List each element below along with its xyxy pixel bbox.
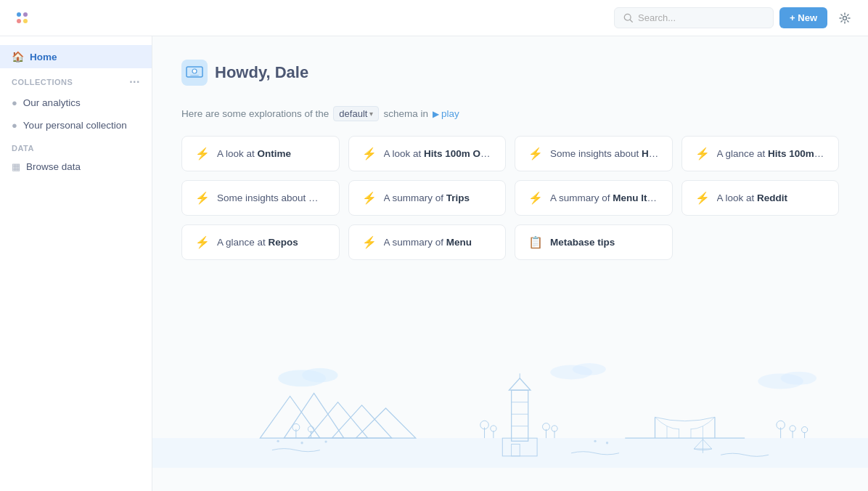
svg-rect-12: [152, 438, 868, 468]
play-link[interactable]: ▶ play: [433, 108, 459, 119]
sidebar-item-our-analytics[interactable]: ● Our analytics: [0, 92, 152, 114]
svg-point-7: [302, 368, 337, 383]
sidebar-home-label: Home: [30, 52, 57, 62]
settings-button[interactable]: [833, 7, 856, 30]
card-menu-item-denorm[interactable]: ⚡ A summary of Menu Item Denorm: [515, 180, 673, 216]
play-label: play: [441, 108, 459, 119]
our-analytics-label: Our analytics: [23, 97, 81, 108]
lightning-icon: ⚡: [528, 191, 543, 205]
card-github-events-label: Some insights about Github Events: [217, 192, 326, 203]
svg-point-54: [300, 442, 303, 444]
greeting-text: Howdy, Dale: [215, 63, 308, 82]
svg-rect-29: [512, 444, 520, 455]
greeting-section: Howdy, Dale: [181, 60, 839, 86]
person-icon: ●: [12, 120, 17, 131]
card-ontime-label: A look at Ontime: [217, 148, 291, 159]
browse-data-label: Browse data: [26, 161, 81, 172]
collections-header: COLLECTIONS ···: [0, 68, 152, 92]
card-metabase-tips[interactable]: 📋 Metabase tips: [515, 224, 673, 260]
explorations-prefix: Here are some explorations of the: [181, 108, 329, 119]
card-hits-insights-label: Some insights about Hits: [550, 148, 659, 159]
illustration: [152, 360, 868, 491]
svg-point-37: [552, 426, 557, 431]
home-icon: 🏠: [12, 51, 24, 62]
folder-icon: ●: [12, 97, 17, 108]
lightning-icon: ⚡: [195, 147, 210, 161]
lightning-icon: ⚡: [362, 147, 377, 161]
collections-more-button[interactable]: ···: [129, 76, 140, 89]
card-menu-item-denorm-label: A summary of Menu Item Denorm: [550, 192, 659, 203]
lightning-icon: ⚡: [362, 191, 377, 205]
lightning-icon: ⚡: [695, 191, 710, 205]
search-icon: [623, 13, 634, 23]
card-hits-compatible[interactable]: ⚡ A glance at Hits 100m Compatible: [681, 136, 840, 171]
svg-point-19: [292, 423, 300, 431]
card-trips[interactable]: ⚡ A summary of Trips: [348, 180, 507, 216]
database-icon: ▦: [12, 161, 20, 172]
card-hits-compatible-label: A glance at Hits 100m Compatible: [717, 148, 826, 159]
svg-point-9: [573, 363, 606, 375]
svg-point-8: [550, 365, 592, 380]
svg-point-6: [278, 370, 326, 386]
svg-point-57: [606, 442, 608, 444]
app-body: 🏠 Home COLLECTIONS ··· ● Our analytics ●…: [0, 36, 868, 491]
lightning-icon: ⚡: [695, 147, 710, 161]
topnav-right: Search... + New: [614, 7, 856, 30]
search-placeholder: Search...: [638, 12, 676, 23]
svg-point-33: [491, 426, 496, 431]
card-repos[interactable]: ⚡ A glance at Repos: [181, 224, 340, 260]
svg-marker-46: [694, 439, 712, 449]
play-icon: ▶: [433, 109, 439, 119]
svg-marker-26: [509, 378, 531, 390]
svg-point-56: [594, 440, 596, 442]
svg-marker-17: [356, 408, 415, 438]
topnav: Search... + New: [0, 0, 868, 36]
svg-point-35: [543, 423, 550, 431]
new-button[interactable]: + New: [779, 7, 827, 28]
card-reddit[interactable]: ⚡ A look at Reddit: [681, 180, 840, 216]
card-github-events[interactable]: ⚡ Some insights about Github Events: [181, 180, 340, 216]
cards-row-3: ⚡ A glance at Repos ⚡ A summary of Menu …: [181, 224, 839, 260]
svg-point-52: [801, 427, 807, 433]
card-trips-label: A summary of Trips: [384, 192, 470, 203]
schema-selector[interactable]: default ▾: [333, 106, 379, 121]
svg-point-50: [790, 426, 795, 431]
svg-point-21: [308, 426, 314, 432]
card-repos-label: A glance at Repos: [217, 237, 298, 248]
card-menu[interactable]: ⚡ A summary of Menu: [348, 224, 507, 260]
svg-point-48: [777, 421, 785, 429]
explorations-intro: Here are some explorations of the defaul…: [181, 106, 839, 121]
card-hits-obfuscated[interactable]: ⚡ A look at Hits 100m Obfuscated: [348, 136, 507, 171]
lightning-icon: ⚡: [528, 147, 543, 161]
card-metabase-tips-label: Metabase tips: [550, 237, 615, 248]
svg-point-55: [324, 440, 327, 442]
sidebar: 🏠 Home COLLECTIONS ··· ● Our analytics ●…: [0, 36, 152, 491]
svg-point-11: [781, 372, 816, 385]
cards-row-1: ⚡ A look at Ontime ⚡ A look at Hits 100m…: [181, 136, 839, 171]
lightning-icon: ⚡: [195, 191, 210, 205]
card-hits-insights[interactable]: ⚡ Some insights about Hits: [515, 136, 673, 171]
svg-marker-13: [260, 396, 319, 438]
personal-collection-label: Your personal collection: [23, 120, 127, 131]
greeting-avatar: [181, 60, 208, 86]
search-bar[interactable]: Search...: [614, 7, 774, 28]
sidebar-item-personal-collection[interactable]: ● Your personal collection: [0, 114, 152, 137]
book-icon: 📋: [528, 235, 543, 249]
cards-grid: ⚡ A look at Ontime ⚡ A look at Hits 100m…: [181, 136, 839, 260]
chevron-down-icon: ▾: [369, 110, 373, 118]
svg-marker-16: [332, 405, 391, 438]
card-hits-obfuscated-label: A look at Hits 100m Obfuscated: [384, 148, 493, 159]
card-ontime[interactable]: ⚡ A look at Ontime: [181, 136, 340, 171]
topnav-left: [12, 8, 32, 28]
gear-icon: [839, 12, 851, 24]
cards-row-2: ⚡ Some insights about Github Events ⚡ A …: [181, 180, 839, 216]
card-reddit-label: A look at Reddit: [717, 192, 788, 203]
main-inner: Howdy, Dale Here are some explorations o…: [152, 36, 868, 283]
card-menu-label: A summary of Menu: [384, 237, 472, 248]
svg-point-31: [480, 421, 489, 429]
sidebar-item-home[interactable]: 🏠 Home: [0, 45, 152, 68]
svg-marker-14: [284, 393, 343, 438]
sidebar-item-browse-data[interactable]: ▦ Browse data: [0, 155, 152, 178]
data-header: DATA: [0, 137, 152, 155]
schema-suffix: schema in: [383, 108, 428, 119]
